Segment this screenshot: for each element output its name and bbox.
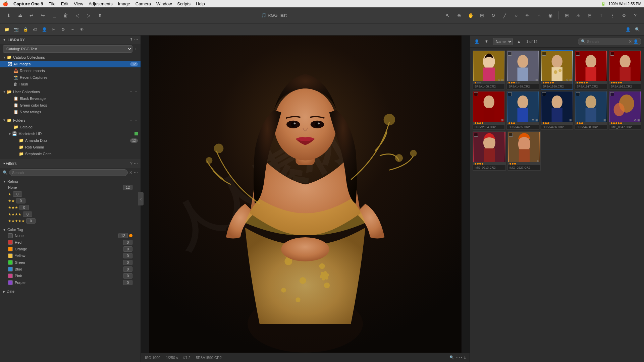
color-purple-row[interactable]: Purple 0 (3, 279, 138, 286)
camera-icon-btn[interactable]: 📷 (12, 25, 20, 34)
thumb-checkbox[interactable] (508, 92, 512, 96)
date-filter-header[interactable]: ▶ Date (3, 289, 138, 294)
sort-direction-button[interactable]: ▲ (515, 38, 523, 46)
amanda-diaz-item[interactable]: 📁 Amanda Diaz 12 (0, 137, 141, 144)
thumb-5R8A1408[interactable]: 5R8A1408.CR2 ⚙ ⊞ (473, 50, 505, 89)
filters-help-icon[interactable]: ? (130, 161, 132, 166)
filter-search-more[interactable]: ⋯ (134, 170, 138, 175)
loupe-icon-btn[interactable]: 🔍 (633, 25, 641, 34)
spot-tool[interactable]: ◉ (546, 11, 555, 20)
browser-user-icon[interactable]: 👤 (633, 39, 638, 44)
brush-tool[interactable]: ✏ (523, 11, 532, 20)
text-button[interactable]: T (596, 11, 606, 20)
color-pink-row[interactable]: Pink 0 (3, 273, 138, 279)
black-beverage-item[interactable]: 📋 Black Beverage (0, 95, 141, 102)
file-menu[interactable]: File (49, 1, 56, 6)
image-preview-area[interactable]: 人人素材 (141, 36, 470, 353)
left-panel-collapse[interactable]: ◁ (138, 192, 144, 205)
grid-view-button[interactable]: ⊞ (562, 11, 572, 20)
thumb-5R8A2004[interactable]: 5R8A2004.CR2 ⊞ (473, 91, 505, 130)
folders-add-icon[interactable]: ＋ (129, 118, 133, 123)
folder-icon-btn[interactable]: 📁 (3, 25, 11, 34)
color-tag-filter-header[interactable]: ▼ Color Tag (3, 227, 138, 232)
catalog-add-button[interactable]: ＋ (134, 46, 138, 52)
filters-header[interactable]: ▼ Filters ? ⋯ (0, 159, 141, 168)
user-collections-remove-icon[interactable]: － (134, 89, 138, 94)
zoom-tool[interactable]: ⊕ (454, 11, 464, 20)
more-icon-btn[interactable]: ⋯ (68, 25, 76, 34)
app-name-menu[interactable]: Capture One 9 (13, 1, 43, 6)
stephanie-cotta-item[interactable]: 📁 Stephanie Cotta (0, 150, 141, 157)
thumb-checkbox[interactable] (610, 92, 614, 96)
back-button[interactable]: ◁ (72, 11, 82, 20)
crop-tool[interactable]: ⊞ (477, 11, 487, 20)
view-menu[interactable]: View (74, 1, 83, 6)
thumb-IMG0047[interactable]: IMG_0047.CR2 ⚙ ⊞ (609, 91, 641, 130)
thumb-checkbox[interactable] (474, 92, 478, 96)
user-collections-header[interactable]: ▼ 📂 User Collections ＋ － (0, 88, 141, 95)
thumb-checkbox[interactable] (474, 133, 478, 137)
thumb-5R8A4436[interactable]: 5R8A4436.CR2 ⊞ (541, 91, 573, 130)
settings-button[interactable]: ⚙ (619, 11, 629, 20)
scripts-menu[interactable]: Scripts (177, 1, 191, 6)
library-more-icon[interactable]: ⋯ (134, 38, 138, 42)
color-yellow-row[interactable]: Yellow 0 (3, 252, 138, 259)
thumb-IMG0213[interactable]: IMG_0213.CR2 (473, 131, 506, 171)
thumb-5R8A4438[interactable]: 5R8A4438.CR2 ⊞ (575, 91, 607, 130)
edit-menu[interactable]: Edit (61, 1, 68, 6)
undo-button[interactable]: ↩ (27, 11, 36, 20)
rating-2star-row[interactable]: ★★ 0 (3, 197, 138, 204)
browser-search-clear[interactable]: ✕ (629, 39, 632, 44)
view-button[interactable]: 👁 (483, 38, 491, 46)
catalog-collections-header[interactable]: ▼ 📁 Catalog Collections (0, 54, 141, 61)
color-orange-row[interactable]: Orange 0 (3, 246, 138, 252)
thumb-checkbox[interactable] (508, 52, 512, 56)
user-collections-add-icon[interactable]: ＋ (129, 89, 133, 94)
sort-asc-button[interactable]: 👤 (473, 38, 481, 46)
rating-3star-row[interactable]: ★★★ 0 (3, 204, 138, 211)
profile-icon-btn[interactable]: 👤 (40, 25, 48, 34)
all-images-item[interactable]: 🖼 All Images 12 (0, 61, 141, 67)
rotate-tool[interactable]: ↻ (489, 11, 498, 20)
import-button[interactable]: ⬇ (4, 11, 13, 20)
export-button[interactable]: ⬆ (95, 11, 105, 20)
crop-icon-btn[interactable]: ✂ (50, 25, 58, 34)
lock-icon-btn[interactable]: 🔒 (21, 25, 30, 34)
thumb-checkbox[interactable] (509, 133, 513, 137)
apple-menu[interactable]: 🍎 (3, 1, 8, 6)
thumb-IMG0227[interactable]: IMG_0227.CR2 ⊞ (507, 131, 541, 171)
library-help-icon[interactable]: ? (130, 38, 132, 42)
rating-5star-row[interactable]: ★★★★★ 0 (3, 218, 138, 224)
help-menu[interactable]: Help (196, 1, 205, 6)
thumb-checkbox[interactable] (576, 92, 580, 96)
recent-captures-item[interactable]: 📸 Recent Captures (0, 74, 141, 81)
thumb-checkbox[interactable] (576, 52, 580, 56)
clone-tool[interactable]: ⌂ (534, 11, 544, 20)
library-header[interactable]: ▼ Library ? ⋯ (0, 36, 141, 44)
folders-header[interactable]: ▼ 📁 Folders ＋ － (0, 117, 141, 124)
tag-icon-btn[interactable]: 🏷 (31, 25, 39, 34)
delete-button[interactable]: 🗑 (61, 11, 70, 20)
user-icon-btn[interactable]: 👤 (624, 25, 632, 34)
forward-button[interactable]: ▷ (84, 11, 93, 20)
sort-select[interactable]: Name (493, 38, 513, 45)
thumb-5R8A1590[interactable]: 5R8A1590.CR2 ⚙ ⊞ (541, 50, 573, 89)
color-none-row[interactable]: None 12 (3, 232, 138, 239)
eject-button[interactable]: ⏏ (15, 11, 25, 20)
thumb-checkbox[interactable] (542, 52, 546, 56)
filters-more-icon[interactable]: ⋯ (134, 161, 138, 166)
five-star-item[interactable]: 📋 5 star ratings (0, 109, 141, 115)
line-tool[interactable]: ╱ (500, 11, 509, 20)
settings-icon-btn[interactable]: ⚙ (59, 25, 67, 34)
trash-item[interactable]: 🗑 Trash (0, 81, 141, 87)
thumb-5R8A1922[interactable]: 5R8A1922.CR2 (609, 50, 641, 89)
rob-grimm-item[interactable]: 📁 Rob Grimm (0, 144, 141, 150)
camera-menu[interactable]: Camera (136, 1, 151, 6)
folders-remove-icon[interactable]: － (134, 118, 138, 123)
rating-1star-row[interactable]: ★ 0 (3, 191, 138, 197)
redo-button[interactable]: ↪ (38, 11, 48, 20)
levels-button[interactable]: ⋮ (608, 11, 617, 20)
image-menu[interactable]: Image (118, 1, 130, 6)
thumb-5R8A1489[interactable]: 5R8A1489.CR2 ⊞ (506, 50, 539, 89)
color-red-row[interactable]: Red 0 (3, 239, 138, 246)
